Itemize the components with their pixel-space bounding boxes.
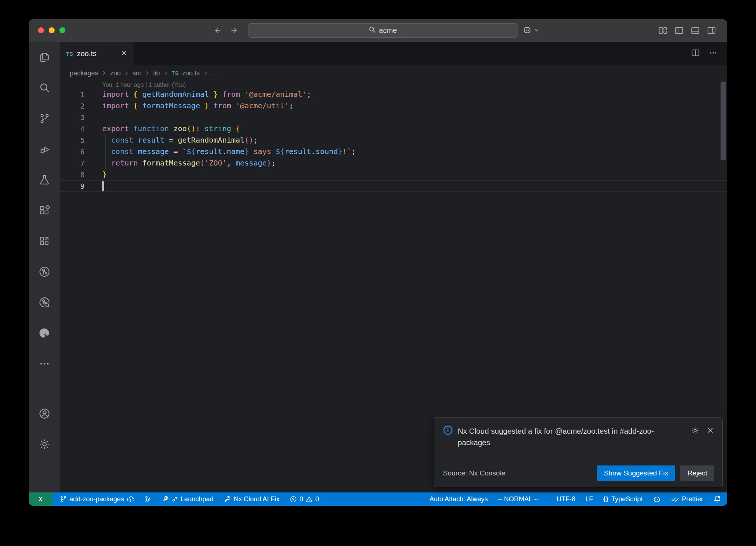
nx-fix-label: Nx Cloud AI Fix <box>234 495 279 503</box>
code-line-2: 2import { formatMessage } from '@acme/ut… <box>60 100 727 112</box>
extensions-icon[interactable] <box>39 205 50 216</box>
reject-button[interactable]: Reject <box>680 465 714 481</box>
code-line-3: 3 <box>60 112 727 123</box>
chevron-right-icon <box>145 71 150 76</box>
code-line-1: 1import { getRandomAnimal } from '@acme/… <box>60 89 727 100</box>
notification-close-icon[interactable] <box>706 426 714 436</box>
split-editor-icon[interactable] <box>691 48 700 59</box>
vim-mode-item[interactable]: -- NORMAL -- <box>498 495 538 503</box>
edge-browser-icon[interactable] <box>38 327 51 339</box>
notification-toast: Nx Cloud suggested a fix for @acme/zoo:t… <box>434 417 723 487</box>
code-line-5: 5 const result = getRandomAnimal(); <box>60 134 727 146</box>
code-line-9-current: 9 <box>60 180 727 192</box>
line-number: 9 <box>60 182 85 190</box>
show-suggested-fix-button[interactable]: Show Suggested Fix <box>597 465 675 481</box>
more-actions-icon[interactable] <box>709 48 718 59</box>
copilot-menu[interactable] <box>522 25 539 36</box>
chevron-right-icon <box>124 71 129 76</box>
toggle-panel-icon[interactable] <box>691 26 700 35</box>
git-branch-item[interactable]: add-zoo-packages <box>60 495 134 503</box>
error-count: 0 <box>299 495 303 503</box>
language-label: TypeScript <box>611 495 643 503</box>
breadcrumb-file[interactable]: zoo.ts <box>182 69 200 77</box>
remote-indicator[interactable] <box>29 492 52 506</box>
copilot-status-item[interactable] <box>653 495 661 504</box>
line-number: 2 <box>60 102 85 110</box>
run-debug-icon[interactable] <box>39 143 50 155</box>
branch-name: add-zoo-packages <box>69 495 124 503</box>
info-icon <box>443 425 453 448</box>
nx-console-icon[interactable] <box>39 235 50 247</box>
toggle-primary-sidebar-icon[interactable] <box>674 26 684 35</box>
breadcrumb-item[interactable]: zoo <box>110 69 121 77</box>
chevron-right-icon <box>203 71 208 76</box>
breadcrumb-more[interactable]: ... <box>212 69 217 77</box>
zoom-window-button[interactable] <box>59 27 65 33</box>
close-window-button[interactable] <box>38 27 44 33</box>
gitlens-icon[interactable] <box>38 266 51 277</box>
toggle-secondary-sidebar-icon[interactable] <box>707 26 716 35</box>
line-number: 3 <box>60 113 85 122</box>
line-number: 1 <box>60 91 85 99</box>
breadcrumb-item[interactable]: packages <box>70 69 98 77</box>
text-cursor <box>102 181 104 191</box>
settings-gear-icon[interactable] <box>38 438 51 450</box>
back-arrow-icon[interactable] <box>213 26 222 35</box>
launchpad-label: Launchpad <box>181 495 213 503</box>
gitlens-blame-annotation[interactable]: You, 1 hour ago | 1 author (You) <box>102 81 727 89</box>
search-sidebar-icon[interactable] <box>39 82 50 93</box>
language-mode-item[interactable]: {} TypeScript <box>603 495 643 503</box>
forward-arrow-icon[interactable] <box>230 26 238 35</box>
nx-cloud-ai-fix-item[interactable]: Nx Cloud AI Fix <box>224 495 279 503</box>
source-control-icon[interactable] <box>39 113 50 124</box>
account-icon[interactable] <box>38 408 51 419</box>
chevron-down-icon <box>534 27 539 34</box>
gitlens-launchpad-item[interactable]: Launchpad <box>162 495 213 503</box>
gitlens-inspect-icon[interactable] <box>38 297 51 308</box>
close-tab-icon[interactable] <box>120 49 128 58</box>
eol-item[interactable]: LF <box>585 495 593 503</box>
breadcrumb-item[interactable]: src <box>133 69 141 77</box>
notifications-bell-item[interactable] <box>713 495 721 503</box>
typescript-file-icon: TS <box>172 70 179 76</box>
code-line-7: 7 return formatMessage('ZOO', message); <box>60 157 727 169</box>
line-number: 8 <box>60 171 85 179</box>
testing-icon[interactable] <box>39 174 50 185</box>
command-center-search[interactable]: acme <box>248 23 518 38</box>
search-icon <box>369 26 376 35</box>
line-number: 6 <box>60 148 85 156</box>
copilot-icon <box>522 25 532 36</box>
indent-guide <box>105 134 106 169</box>
encoding-item[interactable]: UTF-8 <box>557 495 575 503</box>
auto-attach-item[interactable]: Auto Attach: Always <box>429 495 488 503</box>
warning-count: 0 <box>315 495 319 503</box>
problems-item[interactable]: 0 0 <box>290 495 319 503</box>
explorer-icon[interactable] <box>39 51 50 63</box>
braces-icon: {} <box>603 495 609 503</box>
tab-zoo-ts[interactable]: TS zoo.ts <box>60 42 134 65</box>
tab-label: zoo.ts <box>77 50 96 58</box>
customize-layout-icon[interactable] <box>658 26 667 35</box>
notification-source: Source: Nx Console <box>443 469 505 477</box>
prettier-item[interactable]: Prettier <box>671 495 703 503</box>
minimize-window-button[interactable] <box>49 27 55 33</box>
notification-settings-gear-icon[interactable] <box>691 426 700 437</box>
search-value: acme <box>379 26 397 35</box>
vscode-window: acme <box>29 19 727 506</box>
prettier-label: Prettier <box>682 495 703 503</box>
line-number: 4 <box>60 125 85 133</box>
breadcrumb-item[interactable]: lib <box>153 69 160 77</box>
traffic-lights <box>38 27 65 33</box>
code-line-4: 4export function zoo(): string { <box>60 123 727 134</box>
line-number: 5 <box>60 136 85 144</box>
vertical-scrollbar[interactable] <box>721 82 726 160</box>
source-control-graph-item[interactable] <box>144 496 151 503</box>
notification-message: Nx Cloud suggested a fix for @acme/zoo:t… <box>458 425 686 448</box>
activity-bar <box>29 42 60 492</box>
more-views-icon[interactable] <box>39 358 50 369</box>
status-bar: add-zoo-packages Launchpad Nx Cloud AI F… <box>29 492 727 506</box>
chevron-right-icon <box>102 71 107 76</box>
tab-bar: TS zoo.ts <box>60 42 727 65</box>
code-line-8: 8} <box>60 169 727 180</box>
chevron-right-icon <box>163 71 168 76</box>
